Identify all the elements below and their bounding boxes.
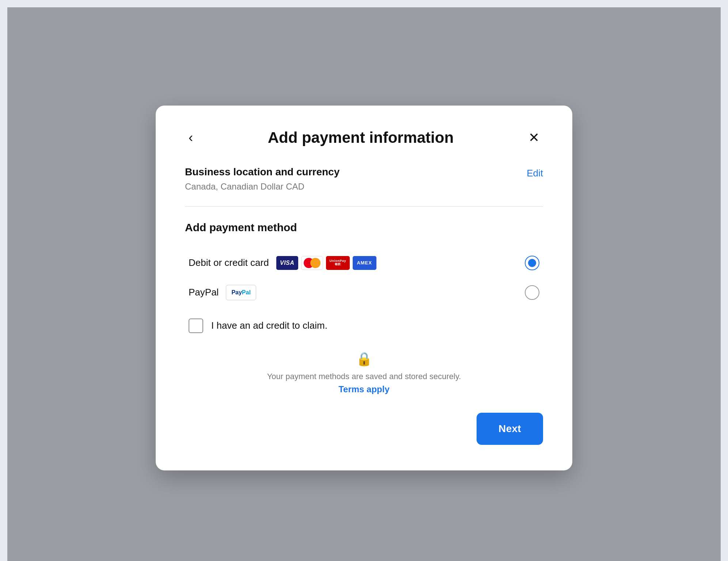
business-location-section: Business location and currency Canada, C… (185, 166, 543, 192)
paypal-radio-button[interactable] (525, 285, 539, 300)
business-info: Business location and currency Canada, C… (185, 166, 340, 192)
card-radio-button[interactable] (525, 256, 539, 270)
security-section: 🔒 Your payment methods are saved and sto… (185, 351, 543, 394)
modal-title: Add payment information (197, 129, 525, 146)
ad-credit-checkbox-area: I have an ad credit to claim. (185, 318, 543, 333)
terms-link[interactable]: Terms apply (338, 384, 390, 394)
card-option-label: Debit or credit card (189, 257, 269, 268)
add-payment-modal: ‹ Add payment information ✕ Business loc… (156, 106, 572, 470)
card-icons: VISA UnionPay 银联 (276, 256, 376, 270)
edit-link[interactable]: Edit (527, 166, 543, 179)
ad-credit-label: I have an ad credit to claim. (211, 320, 327, 331)
business-section-title: Business location and currency (185, 166, 340, 178)
payment-section-title: Add payment method (185, 221, 543, 234)
section-divider (185, 206, 543, 207)
ad-credit-checkbox[interactable] (189, 318, 203, 333)
modal-footer: Next (185, 413, 543, 445)
paypal-payment-option[interactable]: PayPal PayPal (185, 278, 543, 308)
amex-icon: AMEX (353, 256, 376, 270)
card-payment-option[interactable]: Debit or credit card VISA UnionPay (185, 248, 543, 278)
paypal-option-label: PayPal (189, 287, 219, 298)
page-background: ‹ Add payment information ✕ Business loc… (7, 7, 721, 561)
back-button[interactable]: ‹ (185, 127, 197, 148)
business-location-value: Canada, Canadian Dollar CAD (185, 182, 340, 192)
mastercard-icon (301, 256, 323, 270)
modal-header: ‹ Add payment information ✕ (185, 127, 543, 148)
payment-method-section: Add payment method Debit or credit card … (185, 221, 543, 394)
next-button[interactable]: Next (477, 413, 543, 445)
lock-icon: 🔒 (185, 351, 543, 367)
visa-icon: VISA (276, 256, 298, 270)
security-text: Your payment methods are saved and store… (185, 372, 543, 381)
close-button[interactable]: ✕ (525, 127, 543, 148)
paypal-icon: PayPal (226, 285, 256, 300)
unionpay-icon: UnionPay 银联 (326, 256, 350, 270)
